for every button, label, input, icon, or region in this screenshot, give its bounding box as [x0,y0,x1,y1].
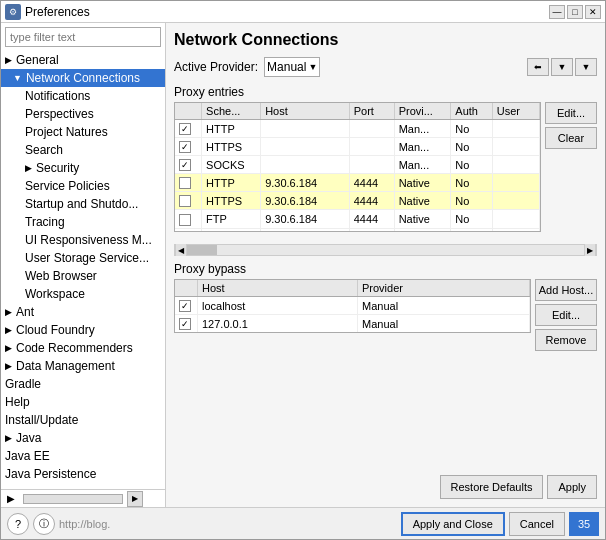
proxy-table-row[interactable]: ✓ HTTP Man... No [175,120,540,138]
bypass-table-row[interactable]: ✓ localhost Manual [175,297,530,315]
sidebar-item-workspace[interactable]: Workspace [1,285,165,303]
sidebar-item-project-natures[interactable]: Project Natures [1,123,165,141]
sidebar-item-service-policies[interactable]: Service Policies [1,177,165,195]
sidebar-item-java-persistence[interactable]: Java Persistence [1,465,165,483]
proxy-checkbox[interactable] [179,195,191,207]
sidebar-item-general[interactable]: ▶ General [1,51,165,69]
proxy-table-row[interactable]: HTTPS 9.30.6.184 4444 Native No [175,192,540,210]
proxy-host-cell: 9.30.6.184 [261,228,350,232]
proxy-table-row[interactable]: FTP 9.30.6.184 4444 Native No [175,210,540,228]
proxy-horizontal-scrollbar[interactable]: ◀ ▶ [174,244,597,256]
app-icon: ⚙ [5,4,21,20]
bypass-host-cell: localhost [198,297,358,315]
col-check [175,103,202,120]
bypass-table-row[interactable]: ✓ 127.0.0.1 Manual [175,315,530,333]
proxy-checkbox[interactable] [179,177,191,189]
apply-close-button[interactable]: Apply and Close [401,512,505,536]
scroll-left-btn[interactable]: ◀ [175,244,187,256]
sidebar-scroll-bar[interactable] [23,494,123,504]
proxy-user-cell [492,120,539,138]
bypass-edit-button[interactable]: Edit... [535,304,597,326]
active-provider-select[interactable]: Manual ▼ [264,57,320,77]
proxy-table-row[interactable]: ✓ HTTPS Man... No [175,138,540,156]
sidebar-item-help[interactable]: Help [1,393,165,411]
proxy-host-cell: 9.30.6.184 [261,174,350,192]
nav-dropdown-button[interactable]: ▼ [575,58,597,76]
maximize-button[interactable]: □ [567,5,583,19]
col-scheme: Sche... [202,103,261,120]
expand-arrow: ▶ [5,307,12,317]
sidebar-item-code-recommenders[interactable]: ▶ Code Recommenders [1,339,165,357]
minimize-button[interactable]: — [549,5,565,19]
sidebar-item-data-management[interactable]: ▶ Data Management [1,357,165,375]
proxy-table-row[interactable]: ✓ SOCKS Man... No [175,156,540,174]
apply-button[interactable]: Apply [547,475,597,499]
bypass-table: Host Provider ✓ localhost Manual ✓ 127.0… [175,280,530,332]
expand-arrow: ▶ [5,343,12,353]
proxy-action-buttons: Edit... Clear [545,102,597,149]
proxy-scheme-cell: HTTPS [202,192,261,210]
sidebar-expand-btn[interactable]: ▶ [1,490,21,507]
proxy-scheme-cell: FTP [202,210,261,228]
add-host-button[interactable]: Add Host... [535,279,597,301]
info-button[interactable]: ⓘ [33,513,55,535]
forward-button[interactable]: ▼ [551,58,573,76]
proxy-user-cell [492,210,539,228]
filter-input[interactable] [5,27,161,47]
close-button[interactable]: ✕ [585,5,601,19]
col-port: Port [349,103,394,120]
sidebar-item-security[interactable]: ▶ Security [1,159,165,177]
proxy-checkbox-cell [175,192,202,210]
bypass-checkbox-cell: ✓ [175,315,198,333]
sidebar-item-java[interactable]: ▶ Java [1,429,165,447]
question-mark-button[interactable]: ? [7,513,29,535]
back-button[interactable]: ⬅ [527,58,549,76]
bypass-provider-cell: Manual [358,297,530,315]
sidebar-item-web-browser[interactable]: Web Browser [1,267,165,285]
bypass-checkbox[interactable]: ✓ [179,300,191,312]
sidebar-item-cloud-foundry[interactable]: ▶ Cloud Foundry [1,321,165,339]
proxy-checkbox[interactable]: ✓ [179,159,191,171]
sidebar-item-java-ee[interactable]: Java EE [1,447,165,465]
sidebar-item-notifications[interactable]: Notifications [1,87,165,105]
sidebar-item-gradle[interactable]: Gradle [1,375,165,393]
proxy-checkbox[interactable]: ✓ [179,123,191,135]
proxy-scheme-cell: HTTP [202,174,261,192]
proxy-bypass-wrapper: Host Provider ✓ localhost Manual ✓ 127.0… [174,279,597,351]
proxy-checkbox-cell [175,228,202,232]
expand-arrow: ▶ [5,361,12,371]
sidebar-item-tracing[interactable]: Tracing [1,213,165,231]
sidebar-item-perspectives[interactable]: Perspectives [1,105,165,123]
page-title: Network Connections [174,31,597,49]
sidebar-item-install-update[interactable]: Install/Update [1,411,165,429]
proxy-host-cell [261,138,350,156]
proxy-entries-table-container: Sche... Host Port Provi... Auth User ✓ H… [174,102,541,232]
sidebar-item-search[interactable]: Search [1,141,165,159]
bypass-checkbox[interactable]: ✓ [179,318,191,330]
proxy-entries-label: Proxy entries [174,85,597,99]
title-bar: ⚙ Preferences — □ ✕ [1,1,605,23]
clear-proxy-button[interactable]: Clear [545,127,597,149]
preferences-window: ⚙ Preferences — □ ✕ ▶ General ▼ Network … [0,0,606,540]
proxy-table-row[interactable]: GOP... 9.30.6.184 4444 Native No [175,228,540,232]
remove-button[interactable]: Remove [535,329,597,351]
sidebar-item-ui-responsiveness[interactable]: UI Responsiveness M... [1,231,165,249]
proxy-checkbox[interactable]: ✓ [179,141,191,153]
provider-value: Manual [267,60,306,74]
proxy-checkbox[interactable] [179,214,191,226]
bypass-col-provider: Provider [358,280,530,297]
tree: ▶ General ▼ Network Connections Notifica… [1,51,165,489]
proxy-table-row[interactable]: HTTP 9.30.6.184 4444 Native No [175,174,540,192]
sidebar-item-user-storage[interactable]: User Storage Service... [1,249,165,267]
scroll-right-btn[interactable]: ▶ [584,244,596,256]
col-user: User [492,103,539,120]
sidebar-item-network-connections[interactable]: ▼ Network Connections [1,69,165,87]
expand-arrow: ▶ [5,433,12,443]
edit-proxy-button[interactable]: Edit... [545,102,597,124]
sidebar-scroll-right[interactable]: ▶ [127,491,143,507]
sidebar-item-startup-shutdown[interactable]: Startup and Shutdo... [1,195,165,213]
restore-defaults-button[interactable]: Restore Defaults [440,475,544,499]
sidebar-item-ant[interactable]: ▶ Ant [1,303,165,321]
proxy-auth-cell: No [451,138,492,156]
cancel-button[interactable]: Cancel [509,512,565,536]
